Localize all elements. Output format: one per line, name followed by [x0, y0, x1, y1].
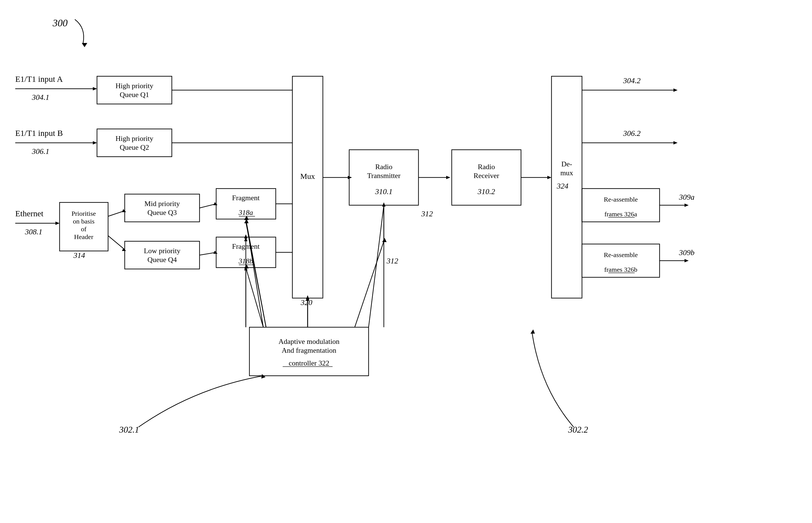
- svg-rect-26: [551, 76, 582, 298]
- ref-302-2-label: 302.2: [568, 425, 588, 435]
- svg-rect-12: [216, 188, 276, 219]
- svg-marker-68: [306, 297, 309, 301]
- high-priority-q1-label2: Queue Q1: [120, 91, 149, 99]
- ref-304-1-label: 304.1: [32, 93, 49, 102]
- svg-line-72: [247, 222, 266, 327]
- svg-marker-2: [93, 87, 97, 90]
- svg-marker-38: [122, 248, 126, 251]
- prioritise-label1: Prioritise: [72, 210, 96, 217]
- svg-marker-64: [261, 374, 265, 379]
- svg-line-45: [246, 268, 263, 327]
- ref-312-label: 312: [421, 209, 433, 218]
- diagram-svg: 300 E1/T1 input A 304.1 E1/T1 input B 30…: [0, 0, 812, 523]
- mux-label: Mux: [300, 172, 315, 181]
- ref-302-1-label: 302.1: [119, 425, 139, 435]
- ref-312-near-label: 312: [386, 256, 398, 265]
- ref-309b-label: 309b: [679, 248, 695, 257]
- ref-310-2-label: 310.2: [477, 187, 495, 196]
- svg-rect-14: [216, 237, 276, 268]
- svg-line-82: [369, 205, 384, 327]
- high-priority-q2-label2: Queue Q2: [120, 143, 149, 151]
- radio-receiver-label2: Receiver: [474, 172, 499, 180]
- svg-marker-50: [674, 88, 678, 92]
- svg-marker-83: [382, 202, 385, 206]
- high-priority-q2-label: High priority: [116, 134, 153, 143]
- adaptive-mod-label2: And fragmentation: [282, 346, 336, 355]
- ref-306-1-label: 306.1: [32, 147, 49, 156]
- svg-rect-10: [125, 194, 200, 222]
- ref-306-2-label: 306.2: [623, 129, 641, 138]
- ethernet-label: Ethernet: [15, 209, 43, 218]
- svg-line-47: [355, 241, 384, 327]
- svg-marker-79: [244, 266, 247, 270]
- svg-marker-61: [684, 259, 689, 262]
- ref-314-label: 314: [73, 251, 85, 259]
- fragment-318b-label: Fragment: [232, 242, 260, 250]
- mid-priority-q3-label: Mid priority: [145, 200, 180, 208]
- svg-line-35: [108, 211, 125, 216]
- svg-rect-11: [125, 241, 200, 269]
- svg-marker-22: [306, 295, 309, 300]
- svg-marker-70: [382, 202, 385, 206]
- svg-marker-48: [382, 238, 386, 242]
- low-priority-q4-label: Low priority: [144, 247, 181, 255]
- demux-label2: mux: [560, 169, 573, 177]
- prioritise-label4: Header: [74, 233, 93, 240]
- prioritise-label3: of: [81, 226, 87, 233]
- svg-line-71: [246, 219, 266, 327]
- ref-304-2-label: 304.2: [623, 76, 641, 85]
- svg-rect-53: [582, 188, 660, 222]
- svg-rect-23: [452, 150, 521, 205]
- radio-transmitter-label1: Radio: [375, 163, 392, 171]
- svg-line-31: [200, 252, 216, 255]
- svg-marker-4: [93, 141, 97, 144]
- ref-324-label: 324: [556, 182, 568, 190]
- ref-308-1-label: 308.1: [25, 228, 42, 236]
- e1t1-input-a-label: E1/T1 input A: [15, 74, 63, 84]
- reassemble-326a-label1: Re-assemble: [604, 196, 638, 203]
- diagram-container: 300 E1/T1 input A 304.1 E1/T1 input B 30…: [0, 0, 812, 523]
- adaptive-mod-label1: Adaptive modulation: [279, 338, 339, 345]
- svg-rect-17: [349, 150, 418, 205]
- svg-rect-58: [582, 244, 660, 277]
- ref-320-label: 320: [300, 298, 312, 307]
- svg-marker-40: [348, 176, 352, 179]
- svg-rect-8: [97, 129, 172, 157]
- high-priority-q1-label: High priority: [116, 82, 153, 90]
- svg-line-43: [246, 219, 263, 327]
- svg-marker-52: [674, 141, 678, 144]
- svg-marker-57: [684, 203, 689, 207]
- svg-line-76: [246, 222, 266, 327]
- ref-310-1-label: 310.1: [375, 187, 393, 196]
- prioritise-label2: on basis: [73, 218, 95, 225]
- reassemble-326b-label1: Re-assemble: [604, 251, 638, 258]
- svg-rect-7: [97, 76, 172, 104]
- svg-marker-46: [244, 264, 249, 268]
- svg-marker-77: [244, 219, 249, 223]
- e1t1-input-b-label: E1/T1 input B: [15, 128, 63, 138]
- svg-marker-0: [82, 43, 87, 47]
- fragment-318a-ref: 318a: [238, 209, 253, 217]
- adaptive-mod-label3: controller 322: [289, 359, 329, 367]
- svg-marker-19: [446, 176, 450, 179]
- svg-rect-16: [292, 76, 323, 298]
- svg-marker-6: [55, 221, 60, 225]
- svg-marker-32: [213, 251, 218, 254]
- svg-marker-81: [306, 295, 309, 300]
- reassemble-326a-label2: frames 326a: [604, 211, 637, 218]
- svg-marker-36: [122, 209, 126, 212]
- fragment-318a-label: Fragment: [232, 194, 260, 202]
- svg-marker-44: [244, 216, 249, 220]
- low-priority-q4-label2: Queue Q4: [147, 256, 177, 264]
- svg-marker-30: [213, 202, 218, 205]
- svg-marker-65: [530, 329, 535, 333]
- radio-receiver-label1: Radio: [478, 163, 495, 171]
- fragment-318b-ref: 318b: [238, 257, 253, 265]
- ref-309a-label: 309a: [679, 193, 695, 201]
- fig-number-label: 300: [52, 17, 68, 29]
- demux-label1: De-: [562, 160, 572, 168]
- radio-transmitter-label2: Transmitter: [367, 172, 401, 180]
- reassemble-326b-label2: frames 326b: [604, 266, 637, 273]
- svg-marker-25: [547, 176, 551, 179]
- svg-marker-75: [244, 237, 247, 241]
